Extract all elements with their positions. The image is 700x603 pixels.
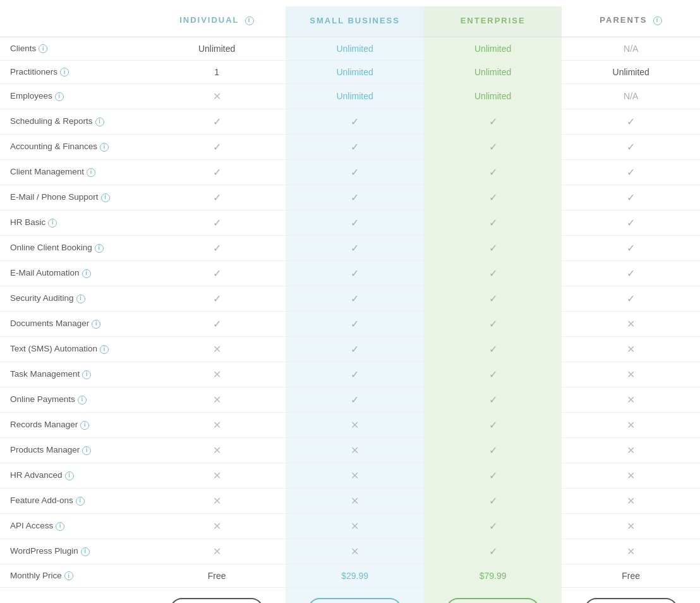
feature-info-icon[interactable]: i (82, 446, 91, 455)
check-icon: ✓ (489, 470, 497, 481)
feature-info-icon[interactable]: i (92, 320, 100, 329)
table-cell: ✓ (148, 260, 286, 286)
feature-info-icon[interactable]: i (55, 92, 64, 101)
feature-label: Documents Manageri (0, 311, 148, 336)
feature-label: Scheduling & Reportsi (0, 109, 148, 134)
feature-info-icon[interactable]: i (80, 421, 89, 430)
feature-label: Clientsi (0, 37, 148, 60)
table-cell: 1 (148, 60, 286, 83)
cross-icon: ✕ (351, 470, 359, 481)
feature-info-icon[interactable]: i (78, 396, 87, 405)
check-icon: ✓ (351, 394, 359, 405)
table-cell: ✕ (562, 336, 700, 362)
feature-info-icon[interactable]: i (81, 547, 90, 556)
table-cell: ✓ (562, 109, 700, 134)
feature-info-icon[interactable]: i (56, 522, 64, 531)
cross-icon: ✕ (351, 521, 359, 532)
table-cell: ✓ (148, 235, 286, 260)
enterprise-get-started-button[interactable]: GET STARTED (446, 598, 540, 603)
table-cell: ✕ (562, 539, 700, 564)
check-icon: ✓ (213, 167, 221, 178)
cross-icon: ✕ (213, 445, 221, 456)
cross-icon: ✕ (351, 420, 359, 430)
cross-icon: ✕ (627, 369, 635, 380)
table-cell: ✓ (424, 437, 562, 463)
table-cell: Unlimited (148, 37, 286, 60)
pricing-table-wrapper: INDIVIDUAL i SMALL BUSINESS ENTERPRISE P… (0, 0, 700, 603)
feature-info-icon[interactable]: i (60, 68, 69, 76)
small-business-get-started-button[interactable]: GET STARTED (308, 598, 401, 603)
check-icon: ✓ (489, 192, 497, 203)
table-cell: ✓ (424, 539, 562, 564)
table-cell: ✕ (562, 311, 700, 336)
feature-info-icon[interactable]: i (82, 370, 91, 379)
cell-value: Unlimited (613, 67, 649, 77)
check-icon: ✓ (489, 521, 497, 532)
feature-info-icon[interactable]: i (100, 143, 109, 152)
cross-icon: ✕ (627, 496, 635, 506)
individual-info-icon[interactable]: i (245, 16, 254, 25)
table-cell: ✕ (562, 488, 700, 513)
feature-info-icon[interactable]: i (76, 497, 85, 506)
feature-label: Accounting & Financesi (0, 134, 148, 159)
table-cell: ✓ (562, 286, 700, 311)
individual-cta-cell: GET STARTED (148, 587, 286, 603)
feature-label: WordPress Plugini (0, 539, 148, 564)
cross-icon: ✕ (213, 369, 221, 380)
cross-icon: ✕ (213, 344, 221, 355)
cross-icon: ✕ (213, 470, 221, 481)
feature-info-icon[interactable]: i (65, 472, 74, 480)
check-icon: ✓ (351, 319, 359, 329)
feature-info-icon[interactable]: i (39, 44, 47, 53)
table-cell: ✓ (562, 159, 700, 185)
table-cell: ✓ (424, 210, 562, 235)
feature-info-icon[interactable]: i (48, 219, 57, 228)
table-cell: ✕ (562, 513, 700, 539)
cell-value: N/A (624, 44, 638, 54)
table-row: E-Mail Automationi✓✓✓✓ (0, 260, 700, 286)
table-cell: ✕ (148, 513, 286, 539)
table-cell: ✕ (148, 83, 286, 109)
check-icon: ✓ (489, 268, 497, 279)
cross-icon: ✕ (351, 445, 359, 456)
parents-info-icon[interactable]: i (653, 16, 662, 25)
table-cell: ✕ (562, 437, 700, 463)
feature-info-icon[interactable]: i (100, 345, 109, 354)
check-icon: ✓ (627, 293, 635, 304)
feature-info-icon[interactable]: i (101, 193, 110, 202)
table-cell: Unlimited (424, 37, 562, 60)
table-cell: ✓ (286, 109, 424, 134)
table-row: E-Mail / Phone Supporti✓✓✓✓ (0, 185, 700, 210)
table-cell: ✕ (562, 362, 700, 387)
cross-icon: ✕ (213, 521, 221, 532)
check-icon: ✓ (351, 344, 359, 355)
table-row: ClientsiUnlimitedUnlimitedUnlimitedN/A (0, 37, 700, 60)
feature-info-icon[interactable]: i (87, 168, 95, 177)
cross-icon: ✕ (213, 420, 221, 430)
feature-info-icon[interactable]: i (95, 118, 104, 126)
cell-value: Unlimited (474, 67, 511, 77)
check-icon: ✓ (213, 319, 221, 329)
table-cell: Free (562, 564, 700, 587)
cross-icon: ✕ (351, 546, 359, 557)
table-cell: ✓ (424, 185, 562, 210)
table-cell: ✕ (148, 387, 286, 412)
table-row: Online Paymentsi✕✓✓✕ (0, 387, 700, 412)
table-cell: ✓ (286, 159, 424, 185)
feature-info-icon[interactable]: i (64, 571, 73, 580)
parents-get-started-button[interactable]: GET STARTED (584, 598, 678, 603)
individual-get-started-button[interactable]: GET STARTED (170, 598, 263, 603)
check-icon: ✓ (489, 116, 497, 127)
feature-label: HR Advancedi (0, 463, 148, 488)
feature-info-icon[interactable]: i (76, 295, 85, 303)
feature-info-icon[interactable]: i (95, 244, 104, 253)
table-cell: $79.99 (424, 564, 562, 587)
table-cell: ✓ (562, 235, 700, 260)
table-cell: ✕ (562, 412, 700, 437)
check-icon: ✓ (489, 445, 497, 456)
table-cell: ✕ (286, 463, 424, 488)
table-row: Documents Manageri✓✓✓✕ (0, 311, 700, 336)
feature-info-icon[interactable]: i (82, 269, 91, 278)
pricing-table-body: ClientsiUnlimitedUnlimitedUnlimitedN/APr… (0, 37, 700, 587)
check-icon: ✓ (213, 116, 221, 127)
